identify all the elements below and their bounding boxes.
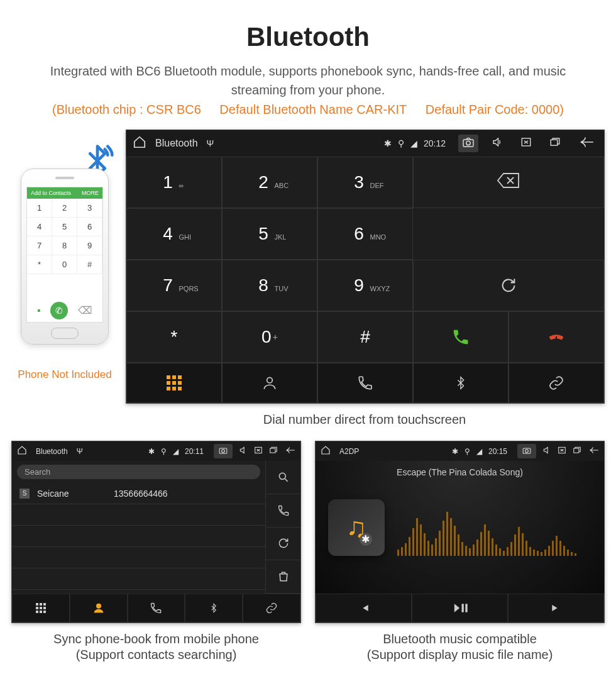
key-1[interactable]: 1∞ — [126, 157, 222, 208]
svg-point-10 — [96, 604, 101, 608]
prev-track-button[interactable] — [316, 594, 412, 622]
key-4[interactable]: 4GHI — [126, 208, 222, 260]
call-answer-key[interactable] — [413, 311, 509, 363]
phone-mockup: Add to Contacts MORE 123 456 789 *0# ▪ ✆… — [21, 169, 109, 345]
contacts-caption-2: (Support contacts searching) — [11, 648, 301, 662]
nav-contacts[interactable] — [222, 363, 317, 403]
page-title: Bluetooth — [0, 0, 616, 52]
key-2[interactable]: 2ABC — [222, 157, 317, 208]
key-3[interactable]: 3DEF — [317, 157, 413, 208]
call-icon: ✆ — [50, 302, 68, 319]
contacts-panel: Bluetooth Ψ ✱ ⚲ ◢ 20:11 — [11, 441, 301, 623]
spec-name: Default Bluetooth Name CAR-KIT — [219, 102, 407, 116]
close-box-icon[interactable] — [254, 446, 263, 456]
camera-icon[interactable] — [214, 444, 233, 458]
album-art: ♫✱ — [328, 499, 385, 556]
back-icon[interactable] — [284, 446, 295, 456]
search-input[interactable]: Search — [17, 465, 260, 479]
page-subtitle: Integrated with BC6 Bluetooth module, su… — [0, 52, 616, 102]
call-end-key[interactable] — [509, 311, 604, 363]
usb-icon: Ψ — [77, 447, 83, 456]
music-caption-2: (Support display music file name) — [315, 648, 605, 662]
bluetooth-icon: ✱ — [384, 138, 392, 148]
phone-illustration: Add to Contacts MORE 123 456 789 *0# ▪ ✆… — [21, 169, 109, 357]
back-icon[interactable] — [588, 446, 599, 456]
status-time: 20:15 — [488, 447, 507, 456]
play-pause-button[interactable] — [412, 594, 508, 622]
bluetooth-badge-icon: ✱ — [360, 533, 372, 546]
bluetooth-icon: ✱ — [452, 447, 458, 456]
home-icon[interactable] — [133, 135, 146, 152]
wifi-icon: ◢ — [410, 138, 417, 148]
status-time: 20:11 — [185, 447, 204, 456]
home-icon[interactable] — [17, 445, 27, 457]
nav-link[interactable] — [509, 363, 604, 403]
nav-contacts[interactable] — [70, 594, 128, 622]
music-panel: A2DP ✱ ⚲ ◢ 20:15 Escape (The Pina Cola — [315, 441, 605, 623]
phone-caption: Phone Not Included — [11, 368, 118, 381]
nav-dialpad[interactable] — [12, 594, 70, 622]
contacts-caption-1: Sync phone-book from mobile phone — [11, 632, 301, 646]
dialer-caption: Dial number direct from touchscreen — [0, 412, 616, 427]
status-app-name: Bluetooth — [155, 138, 198, 149]
contacts-list: Search S Seicane 13566664466 — [12, 461, 265, 594]
svg-rect-5 — [219, 448, 227, 453]
svg-point-9 — [279, 473, 285, 479]
phone-header-right: MORE — [82, 190, 99, 196]
nav-link[interactable] — [243, 594, 300, 622]
spec-chip: (Bluetooth chip : CSR BC6 — [52, 102, 201, 116]
back-icon[interactable] — [574, 134, 598, 153]
nav-recent[interactable] — [128, 594, 185, 622]
next-track-button[interactable] — [508, 594, 604, 622]
volume-icon[interactable] — [239, 446, 248, 456]
dialer-panel: Bluetooth Ψ ✱ ⚲ ◢ 20:12 — [126, 130, 605, 404]
key-8[interactable]: 8TUV — [222, 260, 317, 311]
contacts-nav — [12, 594, 300, 622]
svg-rect-3 — [551, 140, 558, 145]
nav-bluetooth[interactable] — [413, 363, 509, 403]
location-icon: ⚲ — [465, 447, 470, 456]
backspace-key[interactable] — [413, 157, 604, 208]
svg-rect-0 — [463, 140, 473, 147]
svg-point-1 — [466, 141, 470, 145]
wifi-icon: ◢ — [476, 447, 482, 456]
location-icon: ⚲ — [398, 138, 404, 148]
phone-header-left: Add to Contacts — [31, 190, 71, 196]
recent-apps-icon[interactable] — [545, 134, 565, 153]
volume-icon[interactable] — [542, 446, 551, 456]
camera-icon[interactable] — [517, 444, 536, 458]
key-9[interactable]: 9WXYZ — [317, 260, 413, 311]
side-reload[interactable] — [266, 528, 300, 561]
svg-rect-11 — [523, 448, 531, 453]
key-5[interactable]: 5JKL — [222, 208, 317, 260]
reload-key[interactable] — [413, 260, 604, 311]
contact-row[interactable]: S Seicane 13566664466 — [12, 483, 265, 504]
key-6[interactable]: 6MNO — [317, 208, 413, 260]
camera-icon[interactable] — [458, 135, 478, 152]
home-icon[interactable] — [321, 445, 331, 457]
svg-point-4 — [267, 377, 273, 383]
music-caption-1: Bluetooth music compatible — [315, 632, 605, 646]
side-delete[interactable] — [266, 560, 300, 594]
nav-bluetooth[interactable] — [185, 594, 243, 622]
key-7[interactable]: 7PQRS — [126, 260, 222, 311]
side-search[interactable] — [266, 461, 300, 494]
nav-dialpad[interactable] — [126, 363, 222, 403]
svg-rect-16 — [465, 604, 467, 612]
recent-apps-icon[interactable] — [269, 446, 278, 456]
side-call[interactable] — [266, 494, 300, 528]
visualizer — [397, 499, 591, 556]
dialpad-icon — [167, 375, 182, 390]
status-bar: Bluetooth Ψ ✱ ⚲ ◢ 20:12 — [126, 130, 604, 157]
contacts-sidebar — [265, 461, 300, 594]
nav-recent[interactable] — [317, 363, 413, 403]
contact-letter: S — [19, 489, 30, 499]
key-star[interactable]: * — [126, 311, 222, 363]
back-icon: ⌫ — [78, 304, 92, 316]
close-box-icon[interactable] — [516, 134, 536, 153]
volume-icon[interactable] — [487, 134, 507, 153]
key-0[interactable]: 0+ — [222, 311, 317, 363]
recent-apps-icon[interactable] — [573, 446, 581, 456]
key-hash[interactable]: # — [317, 311, 413, 363]
close-box-icon[interactable] — [558, 446, 566, 456]
